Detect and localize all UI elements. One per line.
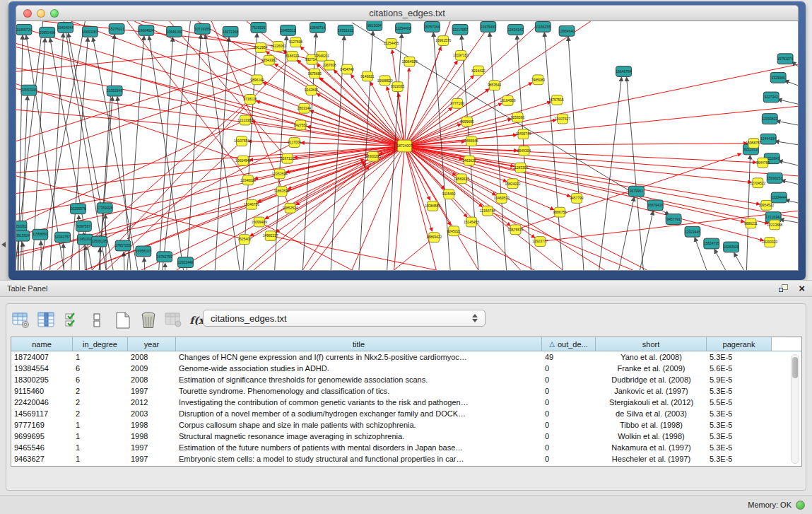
table-row[interactable]: 946554611997Estimation of the future num…: [11, 442, 801, 453]
table-settings-icon[interactable]: [11, 310, 32, 330]
graph-node[interactable]: 15693251: [767, 173, 782, 183]
float-panel-icon[interactable]: [779, 284, 789, 293]
column-header-out_de[interactable]: △out_de...: [542, 337, 596, 351]
graph-node-selected[interactable]: 9127508: [289, 37, 303, 47]
column-header-pagerank[interactable]: pagerank: [707, 337, 772, 351]
table-row[interactable]: 1872400712008Changes of HCN gene express…: [11, 351, 801, 363]
graph-node[interactable]: 8813054: [367, 21, 382, 30]
graph-node[interactable]: 16958107: [136, 246, 151, 257]
network-window-titlebar[interactable]: citations_edges.txt: [16, 5, 799, 21]
graph-node-selected[interactable]: 11283309: [513, 163, 529, 173]
graph-node[interactable]: 12217057: [452, 24, 468, 35]
graph-node[interactable]: 21055724: [16, 24, 32, 35]
graph-node-selected[interactable]: 9457799: [570, 194, 584, 204]
graph-node[interactable]: 10848714: [310, 22, 325, 33]
graph-node[interactable]: 9329966: [770, 72, 786, 83]
graph-node-selected[interactable]: 16107554: [234, 136, 249, 146]
graph-node[interactable]: 12342757: [55, 232, 71, 243]
graph-node-selected[interactable]: 16869422: [426, 233, 442, 243]
graph-node[interactable]: 10264620: [724, 242, 739, 252]
graph-node[interactable]: 10646160: [167, 26, 182, 37]
table-row[interactable]: 969969511998Structural magnetic resonanc…: [11, 431, 801, 442]
memory-ok-indicator-icon[interactable]: [796, 501, 805, 510]
graph-node[interactable]: 19404044: [58, 22, 73, 33]
close-panel-icon[interactable]: ×: [799, 284, 805, 293]
graph-node-selected[interactable]: 12704522: [750, 178, 765, 188]
graph-node-selected[interactable]: 12154748: [480, 206, 495, 216]
graph-node[interactable]: 15276021: [109, 23, 124, 34]
graph-node-selected[interactable]: 8549304: [517, 146, 531, 156]
graph-node[interactable]: 20206576: [70, 204, 86, 214]
graph-node-selected[interactable]: 7485083: [531, 75, 546, 85]
table-scrollbar-thumb[interactable]: [792, 357, 798, 378]
graph-node[interactable]: 21053346: [107, 86, 122, 96]
table-row[interactable]: 977716911998Corpus callosum shape and si…: [11, 419, 801, 431]
graph-node-selected[interactable]: 9146821: [360, 71, 375, 81]
table-row[interactable]: 946362711997Embryonic stem cells: a mode…: [11, 453, 801, 465]
graph-node[interactable]: 10719155: [194, 23, 210, 34]
graph-node[interactable]: 11568893: [33, 229, 48, 240]
graph-node-selected[interactable]: 2718126: [243, 95, 257, 105]
graph-node-selected[interactable]: 9644766: [756, 158, 770, 168]
graph-node-selected[interactable]: 8186323: [286, 51, 300, 61]
graph-node[interactable]: 20891406: [40, 27, 55, 37]
graph-node-selected[interactable]: 16164309: [500, 96, 516, 106]
table-row[interactable]: 2242004622012Investigating the contribut…: [11, 397, 801, 408]
graph-node[interactable]: 17359928: [97, 203, 112, 214]
graph-node-selected[interactable]: 9465546: [464, 136, 478, 146]
graph-node[interactable]: 16465512: [281, 25, 296, 35]
minimize-window-icon[interactable]: [37, 9, 45, 18]
graph-node-selected[interactable]: 8322035: [391, 82, 405, 92]
graph-node[interactable]: 20553344: [21, 85, 37, 95]
column-header-name[interactable]: name: [11, 337, 73, 351]
graph-node-selected[interactable]: 9242845: [305, 86, 319, 95]
new-table-icon[interactable]: [112, 310, 134, 330]
graph-node-selected[interactable]: 9117004: [288, 138, 301, 148]
rows-icon[interactable]: [87, 310, 108, 330]
graph-node[interactable]: 19664604: [139, 25, 154, 35]
graph-node[interactable]: 12104444: [771, 192, 787, 203]
graph-node-selected[interactable]: 2367608: [323, 60, 337, 70]
graph-node-selected[interactable]: 7625402: [237, 235, 252, 245]
table-row[interactable]: 911546021997Tourette syndrome. Phenomeno…: [11, 385, 801, 397]
graph-node[interactable]: 16671368: [223, 26, 238, 37]
zoom-window-icon[interactable]: [50, 9, 59, 18]
graph-node[interactable]: 11451914: [77, 234, 93, 245]
graph-node-selected[interactable]: 10469533: [494, 194, 510, 204]
delete-table-icon[interactable]: [138, 310, 159, 330]
graph-node[interactable]: 19351912: [338, 25, 353, 35]
graph-node-selected[interactable]: 15145455: [464, 217, 479, 227]
graph-node[interactable]: 12434143: [508, 24, 524, 35]
graph-node[interactable]: 12923445: [685, 226, 700, 237]
graph-node-selected[interactable]: 8454749: [340, 64, 354, 74]
graph-node-selected[interactable]: 16099489: [252, 217, 267, 227]
graph-node-selected[interactable]: 2803144: [298, 103, 312, 113]
graph-node-selected[interactable]: 12046023: [240, 175, 256, 185]
graph-node[interactable]: 13915924: [16, 230, 30, 241]
graph-node-selected[interactable]: 8427552: [294, 120, 308, 130]
table-row[interactable]: 1456911722003Disruption of a novel membe…: [11, 408, 801, 419]
graph-node[interactable]: 17350261: [16, 221, 27, 231]
graph-node[interactable]: 12923448: [177, 257, 193, 268]
graph-node-selected[interactable]: 8912954: [254, 43, 268, 53]
graph-node[interactable]: 16648784: [616, 66, 632, 77]
table-row[interactable]: 1938455462009Genome-wide association stu…: [11, 363, 801, 374]
graph-node-selected[interactable]: 8757515: [551, 95, 565, 105]
close-window-icon[interactable]: [23, 9, 32, 18]
graph-node-selected[interactable]: 10107427: [555, 114, 570, 124]
graph-node[interactable]: 12093832: [762, 114, 777, 124]
graph-node-selected[interactable]: 5267110: [281, 153, 294, 163]
graph-node-selected[interactable]: 14226063: [271, 42, 286, 52]
column-header-year[interactable]: year: [128, 337, 176, 351]
graph-node-selected[interactable]: 9115460: [442, 189, 456, 199]
graph-node[interactable]: 16782759: [157, 252, 172, 262]
graph-node-selected[interactable]: 15958757: [746, 139, 761, 148]
graph-node-selected[interactable]: 12353594: [272, 169, 288, 179]
table-row[interactable]: 1830029562008Estimation of significance …: [11, 374, 801, 385]
graph-node-selected[interactable]: 16961576: [435, 36, 451, 46]
graph-node-selected[interactable]: 9777169: [450, 98, 464, 108]
column-header-in_degree[interactable]: in_degree: [73, 337, 128, 351]
graph-node-selected[interactable]: 9896149: [250, 75, 264, 85]
graph-node[interactable]: 9457791: [666, 214, 681, 225]
graph-node[interactable]: 16879416: [647, 200, 663, 211]
